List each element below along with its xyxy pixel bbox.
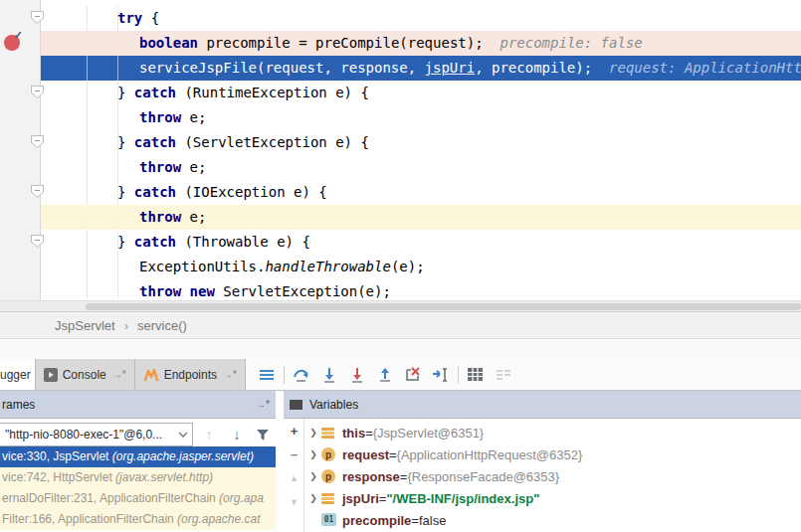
step-into-icon[interactable] [318, 364, 340, 386]
run-to-cursor-icon[interactable] [430, 364, 452, 386]
step-out-icon[interactable] [374, 364, 396, 386]
code-token [181, 283, 189, 299]
tab-debugger[interactable]: ugger [0, 359, 36, 390]
code-line[interactable]: try { [41, 6, 801, 31]
variable-value: false [419, 513, 446, 528]
breadcrumb-item[interactable]: service() [137, 318, 187, 333]
code-token: serviceJspFile(request, response, [139, 60, 425, 76]
frames-overflow-icon[interactable]: →* [256, 399, 270, 410]
panel-splitter[interactable] [276, 391, 284, 532]
code-line[interactable]: throw e; [41, 105, 801, 130]
code-token: throw [139, 209, 181, 225]
code-line[interactable]: boolean precompile = preCompile(request)… [41, 31, 801, 56]
frame-location: vice:742, HttpServlet [2, 470, 115, 484]
code-token: e; [181, 109, 206, 125]
fold-marker-icon[interactable] [31, 11, 44, 24]
variables-panel: + − ▲ ▼ ❯this = {JspServlet@6351}❯preque… [284, 419, 801, 532]
fold-marker-icon[interactable] [31, 135, 44, 148]
variable-list: ❯this = {JspServlet@6351}❯prequest = {Ap… [305, 422, 801, 531]
expand-chevron-icon[interactable]: ❯ [305, 493, 321, 503]
expand-chevron-icon[interactable]: ❯ [305, 428, 321, 438]
remove-watch-icon[interactable]: − [284, 443, 304, 466]
add-watch-icon[interactable]: + [284, 419, 304, 443]
expand-chevron-icon[interactable]: ❯ [305, 449, 321, 459]
breadcrumb-separator: › [124, 318, 128, 333]
code-token: , precompile); [475, 60, 600, 76]
expand-chevron-icon[interactable]: ❯ [305, 471, 321, 481]
code-token: } [117, 234, 134, 250]
frames-panel-header: rames →* [0, 391, 276, 419]
code-line[interactable]: } catch (ServletException e) { [41, 130, 801, 155]
step-over-icon[interactable] [291, 364, 312, 386]
variable-row[interactable]: ❯jspUri = "/WEB-INF/jsp/index.jsp" [305, 487, 801, 509]
code-line[interactable]: } catch (Throwable e) { [41, 230, 801, 255]
tab-label: Console [63, 368, 106, 382]
tab-console[interactable]: Console →* [36, 359, 135, 390]
variable-value: {ApplicationHttpRequest@6352} [397, 447, 583, 462]
thread-selector[interactable]: "http-nio-8080-exec-1"@6,0... [0, 423, 193, 446]
variable-row[interactable]: 01precompile = false [305, 509, 801, 531]
variable-row[interactable]: ❯presponse = {ResponseFacade@6353} [305, 465, 801, 487]
code-token: ExceptionUtils. [139, 259, 265, 274]
horizontal-scrollbar[interactable] [0, 300, 801, 311]
code-token: (IOException e) { [176, 184, 327, 200]
equals-sign: = [400, 469, 408, 484]
code-line[interactable]: serviceJspFile(request, response, jspUri… [41, 56, 801, 81]
tab-label: Endpoints [164, 368, 217, 382]
code-token: e; [181, 209, 206, 225]
code-token: (Throwable e) { [176, 234, 310, 250]
frames-title: rames [2, 398, 35, 412]
prev-frame-icon[interactable]: ↑ [199, 425, 219, 444]
code-line[interactable]: throw e; [41, 155, 801, 180]
frame-row[interactable]: vice:742, HttpServlet (javax.servlet.htt… [0, 467, 276, 488]
variable-row[interactable]: ❯prequest = {ApplicationHttpRequest@6352… [305, 443, 801, 465]
filter-icon[interactable] [253, 425, 273, 444]
move-down-icon[interactable]: ▼ [284, 490, 304, 514]
tab-endpoints[interactable]: Endpoints →* [135, 359, 246, 390]
frame-row[interactable]: ernalDoFilter:231, ApplicationFilterChai… [0, 488, 276, 509]
drop-frame-icon[interactable] [402, 364, 424, 386]
debug-toolbar [246, 359, 514, 390]
editor-gutter[interactable]: ✓ [0, 0, 41, 311]
variable-row[interactable]: ❯this = {JspServlet@6351} [305, 422, 801, 443]
tab-overflow-icon: →* [223, 369, 237, 380]
move-up-icon[interactable]: ▲ [284, 466, 304, 490]
code-token: jspUri [425, 60, 476, 76]
parameter-icon: p [321, 447, 335, 461]
variable-name: jspUri [342, 491, 379, 506]
chevron-down-icon [178, 432, 188, 438]
code-token: try [117, 10, 142, 26]
frame-row[interactable]: Filter:166, ApplicationFilterChain (org.… [0, 509, 276, 530]
frame-row[interactable]: vice:330, JspServlet (org.apache.jasper.… [0, 446, 276, 467]
variable-type-icon: p [321, 469, 336, 483]
breakpoint-icon[interactable]: ✓ [4, 35, 20, 51]
tab-label: ugger [0, 368, 31, 382]
breadcrumb-item[interactable]: JspServlet [55, 318, 115, 333]
layout-muted-icon[interactable] [493, 364, 514, 386]
scrollbar-thumb[interactable] [86, 303, 801, 310]
variables-menu-icon[interactable] [290, 400, 302, 410]
toolwindow-gap [0, 340, 801, 359]
next-frame-icon[interactable]: ↓ [227, 425, 247, 444]
code-line[interactable]: throw e; [41, 205, 801, 230]
frame-location: Filter:166, ApplicationFilterChain [2, 512, 177, 526]
fold-marker-icon[interactable] [31, 86, 44, 98]
code-line[interactable]: } catch (RuntimeException e) { [41, 81, 801, 105]
grid-view-icon[interactable] [465, 364, 487, 386]
code-token: } [117, 85, 134, 100]
code-token: { [142, 10, 159, 26]
code-token: (e); [391, 259, 425, 274]
code-line[interactable]: ExceptionUtils.handleThrowable(e); [41, 255, 801, 279]
code-token: new [190, 283, 215, 299]
equals-sign: = [379, 491, 387, 506]
variable-type-icon: 01 [321, 513, 336, 527]
fold-marker-icon[interactable] [31, 185, 44, 198]
code-line[interactable]: } catch (IOException e) { [41, 180, 801, 205]
hamburger-icon[interactable] [256, 364, 278, 386]
fold-marker-icon[interactable] [31, 235, 44, 248]
breadcrumb: JspServlet›service() [0, 312, 801, 339]
code-editor[interactable]: ✓ try {boolean precompile = preCompile(r… [0, 0, 801, 312]
frame-package: (org.apache.jasper.servlet) [112, 449, 254, 463]
variables-title: Variables [309, 398, 358, 412]
force-step-into-icon[interactable] [346, 364, 368, 386]
